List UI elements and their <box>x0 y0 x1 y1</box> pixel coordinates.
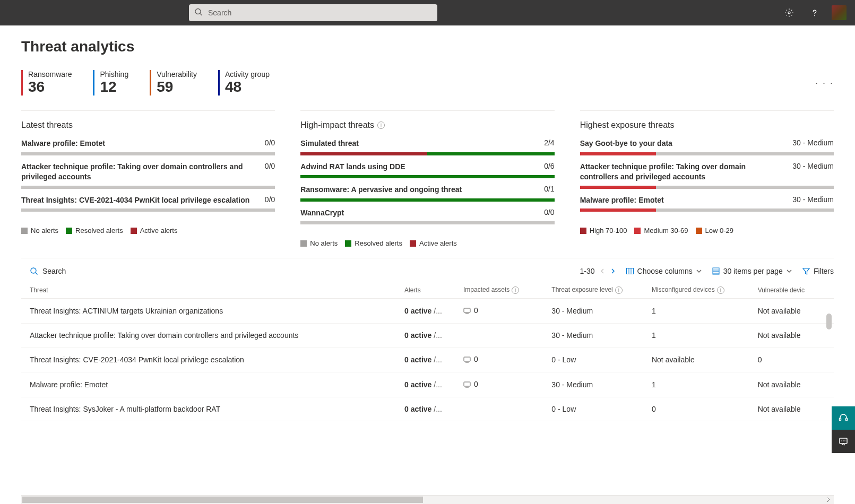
cell-alerts: 0 active /... <box>398 372 457 397</box>
legend-label: Active alerts <box>419 239 457 247</box>
legend-item: Resolved alerts <box>345 239 402 247</box>
pager-next[interactable] <box>610 268 616 274</box>
svg-point-3 <box>814 15 815 16</box>
table-row[interactable]: Threat Insights: CVE-2021-4034 PwnKit lo… <box>21 347 834 372</box>
legend-swatch <box>696 228 702 234</box>
col-misconfig[interactable]: Misconfigured devicesi <box>645 282 752 299</box>
user-avatar[interactable] <box>832 5 847 20</box>
cell-vuln: 0 <box>752 347 834 372</box>
threat-item[interactable]: Malware profile: Emotet 30 - Medium <box>580 195 834 212</box>
cell-threat: Threat Insights: SysJoker - A multi-plat… <box>21 397 398 421</box>
threat-item[interactable]: WannaCrypt 0/0 <box>300 208 554 225</box>
legend-swatch <box>634 228 641 234</box>
threats-table: Threat Alerts Impacted assetsi Threat ex… <box>21 282 834 421</box>
svg-rect-13 <box>464 308 470 312</box>
threat-name: Attacker technique profile: Taking over … <box>21 162 258 183</box>
threat-name: Malware profile: Emotet <box>21 138 258 149</box>
threat-name: Adwind RAT lands using DDE <box>300 162 538 172</box>
horizontal-scrollbar[interactable] <box>21 495 834 504</box>
threat-bar <box>580 208 834 212</box>
svg-point-4 <box>31 268 36 273</box>
threat-bar <box>300 152 554 155</box>
stat-card[interactable]: Activity group 48 <box>218 70 270 95</box>
info-icon[interactable]: i <box>717 286 724 294</box>
stat-card[interactable]: Phishing 12 <box>93 70 128 95</box>
cell-alerts: 0 active /... <box>398 397 457 421</box>
legend-label: No alerts <box>31 227 58 234</box>
table-search[interactable]: Search <box>30 267 66 275</box>
support-button[interactable] <box>832 406 855 430</box>
col-alerts[interactable]: Alerts <box>398 282 457 299</box>
svg-rect-17 <box>464 382 470 386</box>
device-icon <box>463 356 471 364</box>
more-button[interactable]: · · · <box>815 77 834 89</box>
table-row[interactable]: Threat Insights: SysJoker - A multi-plat… <box>21 397 834 421</box>
legend-swatch <box>410 240 416 247</box>
info-icon[interactable]: i <box>512 286 519 294</box>
device-icon <box>463 381 471 389</box>
threat-bar <box>580 152 834 155</box>
filters-button[interactable]: Filters <box>802 267 834 275</box>
table-row[interactable]: Threat Insights: ACTINIUM targets Ukrain… <box>21 299 834 324</box>
latest-threats-card: Latest threats Malware profile: Emotet 0… <box>21 110 275 247</box>
threat-item[interactable]: Threat Insights: CVE-2021-4034 PwnKit lo… <box>21 195 275 212</box>
col-threat[interactable]: Threat <box>21 282 398 299</box>
threat-item[interactable]: Adwind RAT lands using DDE 0/6 <box>300 162 554 179</box>
svg-point-24 <box>844 440 845 441</box>
legend-label: High 70-100 <box>590 227 627 234</box>
table-row[interactable]: Attacker technique profile: Taking over … <box>21 324 834 347</box>
cell-vuln: Not available <box>752 372 834 397</box>
cell-misconfig: 1 <box>645 299 752 324</box>
stat-card[interactable]: Ransomware 36 <box>21 70 72 95</box>
threat-item[interactable]: Simulated threat 2/4 <box>300 138 554 155</box>
cell-misconfig: 1 <box>645 372 752 397</box>
cell-exposure: 0 - Low <box>545 397 645 421</box>
stat-accent <box>218 70 220 95</box>
cell-threat: Malware profile: Emotet <box>21 372 398 397</box>
threat-bar <box>21 208 275 212</box>
legend-swatch <box>300 240 307 247</box>
choose-columns-button[interactable]: Choose columns <box>626 267 702 275</box>
svg-point-2 <box>788 12 790 14</box>
cell-exposure: 30 - Medium <box>545 324 645 347</box>
bar-segment <box>580 152 657 155</box>
bar-segment <box>300 175 554 178</box>
pager-prev[interactable] <box>599 268 606 274</box>
help-button[interactable] <box>806 4 823 21</box>
legend-item: High 70-100 <box>580 227 627 234</box>
legend-label: Active alerts <box>140 227 178 234</box>
cell-alerts: 0 active /... <box>398 347 457 372</box>
legend-label: Low 0-29 <box>705 227 733 234</box>
table-row[interactable]: Malware profile: Emotet 0 active /... 0 … <box>21 372 834 397</box>
cell-impacted: 0 <box>457 299 545 324</box>
threat-item[interactable]: Ransomware: A pervasive and ongoing thre… <box>300 185 554 202</box>
col-impacted[interactable]: Impacted assetsi <box>457 282 545 299</box>
legend-swatch <box>580 228 586 234</box>
info-icon[interactable]: i <box>615 286 623 294</box>
stat-card[interactable]: Vulnerability 59 <box>150 70 197 95</box>
global-search-input[interactable] <box>189 4 437 21</box>
col-vuln[interactable]: Vulnerable devic <box>752 282 834 299</box>
settings-button[interactable] <box>781 4 798 21</box>
pager: 1-30 <box>580 267 616 275</box>
threat-name: Malware profile: Emotet <box>580 195 787 206</box>
stat-value: 59 <box>157 80 197 94</box>
feedback-button[interactable] <box>832 430 855 453</box>
items-per-page-button[interactable]: 30 items per page <box>712 267 792 275</box>
cell-impacted: 0 <box>457 372 545 397</box>
info-icon[interactable]: i <box>377 121 385 129</box>
threat-item[interactable]: Say Goot-bye to your data 30 - Medium <box>580 138 834 155</box>
cell-threat: Attacker technique profile: Taking over … <box>21 324 398 347</box>
cell-impacted: 0 <box>457 347 545 372</box>
page-title: Threat analytics <box>21 38 834 55</box>
threat-item[interactable]: Attacker technique profile: Taking over … <box>580 162 834 189</box>
threat-item[interactable]: Attacker technique profile: Taking over … <box>21 162 275 189</box>
cell-vuln: Not available <box>752 299 834 324</box>
cell-misconfig: 1 <box>645 324 752 347</box>
col-exposure[interactable]: Threat exposure leveli <box>545 282 645 299</box>
legend-item: No alerts <box>300 239 338 247</box>
vertical-scrollbar[interactable] <box>826 314 832 420</box>
threat-metric: 0/0 <box>265 195 275 204</box>
highest-exposure-threats-card: Highest exposure threats Say Goot-bye to… <box>580 110 834 247</box>
threat-item[interactable]: Malware profile: Emotet 0/0 <box>21 138 275 155</box>
